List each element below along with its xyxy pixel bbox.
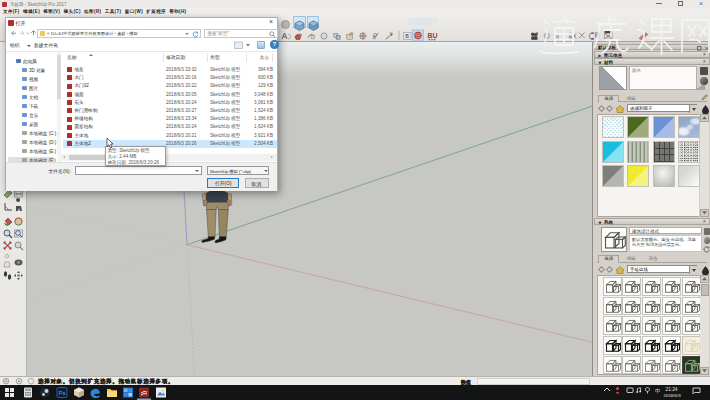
svg-text:Ps: Ps — [59, 390, 66, 396]
svg-text:BU: BU — [428, 32, 438, 39]
svg-text:B: B — [405, 33, 409, 39]
svg-text:中: 中 — [655, 388, 661, 394]
svg-text:2018/6/3: 2018/6/3 — [664, 393, 682, 398]
svg-text:21:24: 21:24 — [666, 387, 678, 392]
